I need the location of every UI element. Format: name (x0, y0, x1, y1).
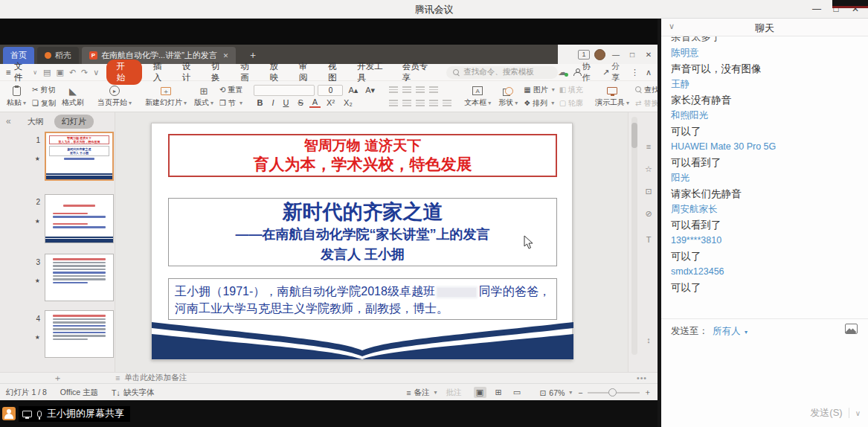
wps-restore-button[interactable]: □ (626, 51, 638, 59)
customize-toolbar-icon[interactable]: ∨ (93, 68, 99, 77)
send-button[interactable]: 发送(S) (810, 406, 842, 420)
command-search-input[interactable]: 查找命令、搜索模板 (446, 66, 558, 79)
chat-input[interactable] (661, 340, 868, 397)
text-tool-icon[interactable]: T (642, 235, 655, 244)
paste-button[interactable]: 粘贴▾ (3, 83, 30, 110)
missing-font-warning[interactable]: T↓ 缺失字体 (112, 388, 155, 398)
tab-docer[interactable]: 稻壳 (37, 47, 79, 64)
view-sorter-button[interactable]: ⊞ (492, 387, 505, 398)
sharer-avatar[interactable] (2, 407, 16, 420)
font-color-button[interactable]: A (309, 97, 321, 108)
layers-icon[interactable]: ⊡ (642, 187, 655, 196)
strikethrough-button[interactable]: S (295, 98, 306, 107)
copy-button[interactable]: ❏ 复制 (32, 97, 56, 109)
justify-icon[interactable] (429, 100, 438, 106)
align-left-icon[interactable] (389, 100, 398, 106)
slide-thumbnail-4[interactable] (45, 310, 114, 358)
properties-icon[interactable]: ≡ (642, 142, 655, 151)
page-updown-icon[interactable]: ↕ (642, 336, 655, 344)
decrease-font-button[interactable]: A▾ (363, 86, 377, 95)
underline-button[interactable]: U (280, 98, 292, 107)
font-size-input[interactable]: 0 (318, 85, 343, 96)
collapse-panel-icon[interactable]: « (6, 116, 11, 126)
slide-title-box[interactable]: 新时代的齐家之道 ——在南航自动化学院“家长讲堂”上的发言 发言人 王小拥 (168, 198, 557, 266)
line-spacing-icon[interactable] (443, 100, 451, 106)
number-list-icon[interactable] (402, 86, 411, 93)
bullet-list-icon[interactable] (389, 86, 398, 93)
wps-close-button[interactable]: ✕ (643, 51, 655, 59)
wps-user-avatar[interactable] (594, 49, 605, 60)
slide-thumbnail-2[interactable] (45, 194, 114, 243)
chat-message-list[interactable]: 杂音太多了 陈明意 声音可以，没有图像 王静 家长没有静音 和煦阳光 可以了 H… (661, 36, 868, 295)
new-slide-button[interactable]: ＋ 新建幻灯片▾ (141, 83, 190, 110)
tab-insert[interactable]: 插入 (147, 60, 176, 85)
reset-button[interactable]: ⟲ 重置 (219, 84, 242, 95)
fit-slide-button[interactable]: ⊡ 67% ▾ (540, 388, 573, 397)
file-menu[interactable]: ≡ 文件 ∨ (6, 61, 37, 83)
textbox-button[interactable]: A 文本框▾ (460, 83, 495, 110)
italic-button[interactable]: I (269, 98, 277, 107)
font-name-input[interactable] (254, 85, 315, 96)
arrange-button[interactable]: ❖ 排列 ▾ (524, 97, 554, 109)
chat-sender[interactable]: smdx123456 (671, 264, 868, 280)
chat-sender[interactable]: 王静 (671, 77, 868, 92)
print-icon[interactable]: ▣ (56, 68, 63, 77)
help-icon[interactable]: ⊘ (642, 209, 655, 219)
align-right-icon[interactable] (416, 100, 425, 106)
chat-sender[interactable]: HUAWEI Mate 30 Pro 5G (671, 139, 868, 155)
more-options-icon[interactable]: ••• (637, 373, 647, 382)
view-normal-button[interactable]: ▣ (474, 387, 486, 398)
zoom-slider-knob[interactable] (608, 388, 617, 396)
send-options-icon[interactable]: ∨ (855, 409, 861, 417)
more-menu-icon[interactable]: ⋮ (631, 68, 639, 77)
save-icon[interactable]: ▤ (43, 68, 51, 77)
tab-member[interactable]: 会员专享 (396, 60, 440, 85)
superscript-button[interactable]: X² (324, 98, 338, 107)
view-reading-button[interactable]: ▭ (511, 387, 524, 398)
play-from-page-button[interactable]: ▸ 当页开始▾ (94, 83, 135, 110)
tab-view[interactable]: 视图 (321, 60, 350, 85)
undo-icon[interactable]: ↶ (69, 68, 76, 77)
chat-sender[interactable]: 阳光 (671, 170, 868, 186)
redo-icon[interactable]: ↷ (81, 68, 88, 77)
zoom-out-button[interactable]: − (578, 388, 582, 397)
tab-transition[interactable]: 切换 (205, 60, 234, 85)
chat-sender[interactable]: 139****3810 (671, 233, 868, 248)
tab-design[interactable]: 设计 (176, 60, 205, 85)
tab-slideshow[interactable]: 放映 (263, 60, 292, 85)
collapse-ribbon-icon[interactable]: ∧ (646, 68, 652, 77)
notes-toggle[interactable]: ≡ 备注 ▾ (406, 388, 437, 398)
cut-button[interactable]: ✂ 剪切 (32, 84, 56, 95)
slide-bio-box[interactable]: 王小拥（1971-），南航自动化学院2018级卓越班同学的爸爸，河南工业大学马克… (168, 278, 557, 320)
tab-animation[interactable]: 动画 (234, 60, 263, 85)
tab-outline[interactable]: 大纲 (28, 116, 44, 127)
tab-devtools[interactable]: 开发工具 (350, 60, 395, 85)
chat-sender[interactable]: 陈明意 (671, 45, 868, 61)
indent-increase-icon[interactable] (429, 86, 438, 93)
chat-sender[interactable]: 周安航家长 (671, 202, 868, 217)
find-button[interactable]: 查找 (635, 84, 659, 95)
theme-name[interactable]: Office 主题 (60, 388, 98, 398)
chat-sender[interactable]: 和煦阳光 (671, 108, 868, 123)
shapes-button[interactable]: 形状▾ (495, 83, 521, 110)
document-count-badge[interactable]: 1 (578, 50, 590, 60)
collaborate-button[interactable]: 协作 (573, 61, 596, 83)
effects-icon[interactable]: ☆ (642, 164, 655, 174)
send-target-dropdown[interactable]: 所有人 ▾ (713, 325, 748, 338)
picture-button[interactable]: ▦ 图片 ▾ (524, 84, 554, 95)
tab-review[interactable]: 审阅 (292, 60, 321, 85)
slide-motto-box[interactable]: 智周万物 道济天下 育人为本，学术兴校，特色发展 (168, 134, 557, 177)
format-painter-button[interactable]: ◣ 格式刷 (58, 83, 88, 110)
wps-minimize-button[interactable]: — (610, 51, 622, 59)
zoom-in-button[interactable]: ＋ (644, 388, 652, 398)
share-button[interactable]: ↗ 分享 (602, 61, 624, 83)
vertical-scrollbar[interactable] (631, 117, 637, 355)
notes-placeholder[interactable]: 单击此处添加备注 (124, 373, 187, 383)
increase-font-button[interactable]: A▴ (346, 86, 360, 95)
section-button[interactable]: ❒ 节 ▾ (219, 97, 242, 109)
minimize-button[interactable]: — (807, 1, 826, 16)
subscript-button[interactable]: X₂ (341, 98, 356, 107)
cloud-sync-icon[interactable]: ☁ (558, 67, 567, 77)
align-center-icon[interactable] (402, 100, 411, 106)
indent-decrease-icon[interactable] (416, 86, 425, 93)
